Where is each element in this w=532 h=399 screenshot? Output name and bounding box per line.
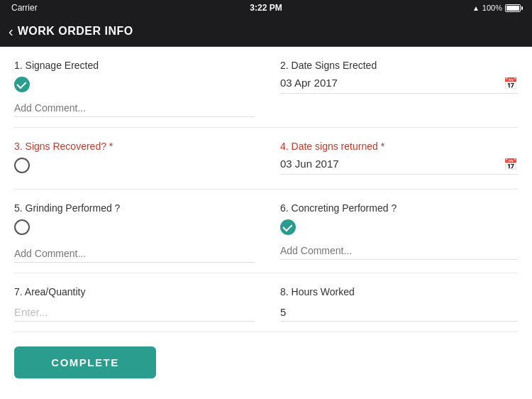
- field-signs-recovered: 3. Signs Recovered? *: [14, 128, 266, 190]
- date-signs-erected-row[interactable]: 03 Apr 2017 📅: [280, 77, 518, 94]
- form-grid: 1. Signage Erected 2. Date Signs Erected…: [14, 47, 518, 332]
- field-concreting-performed: 6. Concreting Performed ?: [266, 190, 518, 273]
- date-signs-returned-row[interactable]: 03 Jun 2017 📅: [280, 158, 518, 175]
- calendar-icon-signs-returned[interactable]: 📅: [504, 158, 518, 171]
- input-hours-worked[interactable]: [280, 303, 518, 322]
- status-bar: Carrier 3:22 PM ▲ 100%: [0, 0, 532, 16]
- field-area-quantity: 7. Area/Quantity: [14, 273, 266, 332]
- field-signage-erected: 1. Signage Erected: [14, 47, 266, 128]
- status-right: ▲ 100%: [472, 4, 521, 12]
- complete-button-wrap: COMPLETE: [14, 332, 518, 386]
- carrier-label: Carrier: [11, 3, 38, 13]
- field-hours-worked: 8. Hours Worked: [266, 273, 518, 332]
- field-label-area-quantity: 7. Area/Quantity: [14, 286, 255, 297]
- back-button[interactable]: ‹ WORK ORDER INFO: [9, 24, 133, 38]
- date-signs-erected-value: 03 Apr 2017: [280, 77, 338, 89]
- field-label-date-signs-erected: 2. Date Signs Erected: [280, 60, 518, 71]
- battery-label: 100%: [482, 4, 502, 12]
- field-label-hours-worked: 8. Hours Worked: [280, 286, 518, 297]
- calendar-icon-signs-erected[interactable]: 📅: [504, 77, 518, 90]
- nav-bar: ‹ WORK ORDER INFO: [0, 16, 532, 47]
- field-date-signs-returned: 4. Date signs returned * 03 Jun 2017 📅: [266, 128, 518, 190]
- back-chevron-icon: ‹: [9, 24, 13, 38]
- field-grinding-performed: 5. Grinding Performed ?: [14, 190, 266, 273]
- toggle-grinding-performed[interactable]: [14, 219, 30, 235]
- field-label-concreting-performed: 6. Concreting Performed ?: [280, 202, 518, 214]
- field-label-signs-recovered: 3. Signs Recovered? *: [14, 141, 255, 152]
- field-date-signs-erected: 2. Date Signs Erected 03 Apr 2017 📅: [266, 47, 518, 128]
- wifi-icon: ▲: [472, 4, 480, 12]
- content-area: 1. Signage Erected 2. Date Signs Erected…: [0, 47, 532, 399]
- toggle-signs-recovered[interactable]: [14, 158, 30, 173]
- field-label-signage-erected: 1. Signage Erected: [14, 60, 255, 71]
- nav-title: WORK ORDER INFO: [18, 25, 133, 38]
- toggle-signage-erected[interactable]: [14, 77, 30, 92]
- battery-icon: [505, 4, 521, 12]
- comment-signage-erected[interactable]: [14, 99, 255, 117]
- date-signs-returned-value: 03 Jun 2017: [280, 158, 339, 170]
- field-label-date-signs-returned: 4. Date signs returned *: [280, 141, 518, 152]
- toggle-concreting-performed[interactable]: [280, 219, 296, 235]
- comment-grinding-performed[interactable]: [14, 245, 255, 263]
- field-label-grinding-performed: 5. Grinding Performed ?: [14, 202, 255, 214]
- input-area-quantity[interactable]: [14, 303, 255, 322]
- complete-button[interactable]: COMPLETE: [14, 346, 156, 378]
- comment-concreting-performed[interactable]: [280, 242, 518, 260]
- time-label: 3:22 PM: [250, 3, 282, 13]
